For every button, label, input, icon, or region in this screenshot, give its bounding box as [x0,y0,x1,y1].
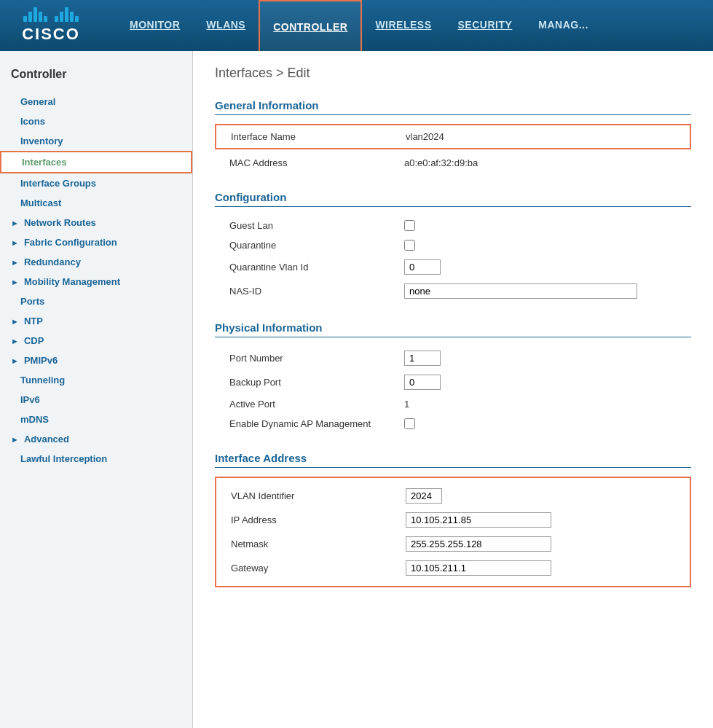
guest-lan-label: Guest Lan [229,220,404,231]
sidebar-item-lawful-interception[interactable]: Lawful Interception [0,449,192,469]
nav-management[interactable]: MANAG... [525,0,602,51]
quarantine-label: Quarantine [229,240,404,251]
mac-address-row: MAC Address a0:e0:af:32:d9:ba [215,153,691,173]
sidebar-item-mdns[interactable]: mDNS [0,410,192,429]
arrow-icon: ► [11,278,19,286]
interface-name-label: Interface Name [231,131,406,142]
backup-port-row: Backup Port [215,370,691,394]
sidebar-item-network-routes[interactable]: ► Network Routes [0,213,192,232]
sidebar-item-inventory[interactable]: Inventory [0,131,192,151]
sidebar-item-icons[interactable]: Icons [0,111,192,131]
gateway-input[interactable] [406,560,551,576]
arrow-icon: ► [11,238,19,247]
sidebar-item-cdp[interactable]: ► CDP [0,331,192,351]
nav-controller[interactable]: CONTROLLER [259,0,362,51]
page-body: Controller General Icons Inventory Inter… [0,51,713,728]
arrow-icon: ► [11,337,19,345]
active-port-row: Active Port 1 [215,394,691,414]
sidebar-item-fabric-config[interactable]: ► Fabric Configuration [0,232,192,252]
sidebar-item-mobility-management[interactable]: ► Mobility Management [0,272,192,291]
port-number-row: Port Number [215,346,691,370]
mac-address-value: a0:e0:af:32:d9:ba [404,157,478,168]
arrow-icon: ► [11,435,19,444]
nav-wireless[interactable]: WIRELESS [362,0,444,51]
sidebar-item-ntp[interactable]: ► NTP [0,311,192,331]
port-number-input[interactable] [404,351,441,366]
nas-id-label: NAS-ID [229,286,404,297]
sidebar-item-pmipv6[interactable]: ► PMIPv6 [0,351,192,370]
active-port-label: Active Port [229,399,404,410]
cisco-logo-icon [23,7,79,22]
vlan-id-input[interactable] [406,488,442,504]
address-section-box: VLAN Identifier IP Address Netmask Gatew… [215,477,691,587]
nas-id-input[interactable] [404,283,637,299]
top-navigation: CISCO MONITOR WLANs CONTROLLER WIRELESS … [0,0,713,51]
enable-dynamic-row: Enable Dynamic AP Management [215,414,691,434]
ip-address-row: IP Address [216,508,690,532]
gateway-label: Gateway [231,563,406,574]
interface-address-section: Interface Address VLAN Identifier IP Add… [215,452,691,587]
sidebar-item-interfaces[interactable]: Interfaces [0,151,192,173]
backup-port-input[interactable] [404,375,441,390]
gateway-row: Gateway [216,556,690,580]
guest-lan-checkbox[interactable] [404,220,415,231]
sidebar: Controller General Icons Inventory Inter… [0,51,193,728]
arrow-icon: ► [11,258,19,267]
nav-wlans[interactable]: WLANs [193,0,259,51]
interface-name-value: vlan2024 [406,131,444,142]
interface-address-title: Interface Address [215,452,691,468]
arrow-icon: ► [11,317,19,326]
physical-info-section: Physical Information Port Number Backup … [215,321,691,434]
netmask-input[interactable] [406,536,551,552]
configuration-section: Configuration Guest Lan Quarantine Quara… [215,191,691,303]
page-title: Interfaces > Edit [215,66,691,81]
nav-monitor[interactable]: MONITOR [117,0,193,51]
physical-info-title: Physical Information [215,321,691,337]
enable-dynamic-label: Enable Dynamic AP Management [229,418,404,429]
vlan-id-row: VLAN Identifier [216,484,690,508]
main-content: Interfaces > Edit General Information In… [193,51,713,728]
port-number-label: Port Number [229,353,404,364]
quarantine-checkbox[interactable] [404,240,415,251]
quarantine-vlan-row: Quarantine Vlan Id [215,255,691,279]
sidebar-item-tunneling[interactable]: Tunneling [0,370,192,390]
guest-lan-row: Guest Lan [215,216,691,235]
mac-address-label: MAC Address [229,157,404,168]
sidebar-item-interface-groups[interactable]: Interface Groups [0,173,192,193]
general-info-title: General Information [215,99,691,115]
sidebar-item-ipv6[interactable]: IPv6 [0,390,192,410]
vlan-id-label: VLAN Identifier [231,490,406,501]
quarantine-vlan-input[interactable] [404,259,441,275]
ip-address-label: IP Address [231,514,406,525]
sidebar-item-general[interactable]: General [0,92,192,111]
arrow-icon: ► [11,356,19,365]
backup-port-label: Backup Port [229,377,404,388]
sidebar-item-advanced[interactable]: ► Advanced [0,429,192,449]
sidebar-item-multicast[interactable]: Multicast [0,193,192,213]
netmask-label: Netmask [231,539,406,549]
sidebar-item-redundancy[interactable]: ► Redundancy [0,252,192,272]
nav-security[interactable]: SECURITY [445,0,526,51]
nas-id-row: NAS-ID [215,279,691,303]
quarantine-vlan-label: Quarantine Vlan Id [229,262,404,273]
cisco-text: CISCO [22,25,80,44]
active-port-value: 1 [404,399,409,410]
general-info-section: General Information Interface Name vlan2… [215,99,691,173]
netmask-row: Netmask [216,532,690,556]
sidebar-title: Controller [0,62,192,92]
logo-area: CISCO [7,7,95,44]
quarantine-row: Quarantine [215,235,691,255]
enable-dynamic-checkbox[interactable] [404,418,415,429]
interface-name-row: Interface Name vlan2024 [215,124,691,149]
nav-links: MONITOR WLANs CONTROLLER WIRELESS SECURI… [117,0,602,51]
sidebar-item-ports[interactable]: Ports [0,291,192,311]
configuration-title: Configuration [215,191,691,207]
arrow-icon: ► [11,219,19,227]
ip-address-input[interactable] [406,512,551,528]
